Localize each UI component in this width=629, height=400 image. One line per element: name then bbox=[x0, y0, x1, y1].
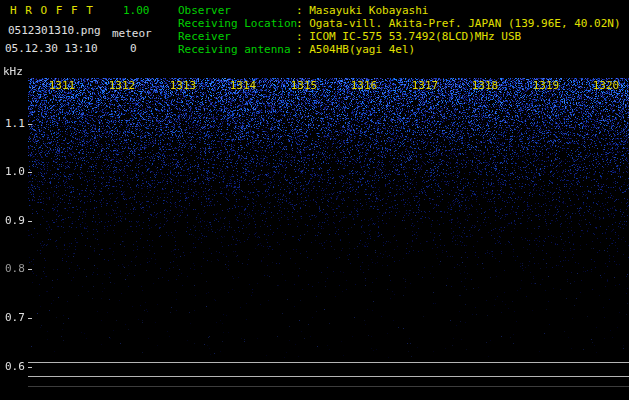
output-filename: 0512301310.png bbox=[8, 25, 101, 37]
observation-datetime: 05.12.30 13:10 bbox=[5, 43, 98, 55]
y-tickmark bbox=[28, 221, 32, 222]
app-title: H R O F F T bbox=[10, 5, 94, 17]
y-axis-unit: kHz bbox=[3, 66, 23, 78]
y-tick-0-8: 0.8 bbox=[5, 263, 25, 275]
receiving-location-value: : Ogata-vill. Akita-Pref. JAPAN (139.96E… bbox=[296, 18, 621, 30]
signal-level-bottom-border bbox=[28, 386, 629, 387]
x-tick-1317: 1317 bbox=[410, 80, 440, 92]
signal-level-lower-line bbox=[28, 376, 629, 377]
meteor-counter-label: meteor bbox=[112, 28, 152, 40]
x-tick-1318: 1318 bbox=[470, 80, 500, 92]
meteor-counter-value: 0 bbox=[130, 43, 137, 55]
x-tick-1316: 1316 bbox=[349, 80, 379, 92]
y-tick-0-6: 0.6 bbox=[5, 361, 25, 373]
receiving-antenna-value: : A504HB(yagi 4el) bbox=[296, 44, 415, 56]
x-tick-1320: 1320 bbox=[591, 80, 621, 92]
y-tick-0-9: 0.9 bbox=[5, 215, 25, 227]
x-tick-1312: 1312 bbox=[107, 80, 137, 92]
observer-label: Observer bbox=[178, 5, 231, 17]
x-tick-1311: 1311 bbox=[47, 80, 77, 92]
y-tickmark bbox=[28, 367, 32, 368]
x-tick-1314: 1314 bbox=[228, 80, 258, 92]
receiving-antenna-label: Receiving antenna bbox=[178, 44, 291, 56]
receiver-label: Receiver bbox=[178, 31, 231, 43]
app-version: 1.00 bbox=[123, 5, 150, 17]
observer-value: : Masayuki Kobayashi bbox=[296, 5, 428, 17]
y-tick-1-1: 1.1 bbox=[5, 118, 25, 130]
x-tick-1315: 1315 bbox=[289, 80, 319, 92]
signal-level-upper-line bbox=[28, 362, 629, 363]
spectrogram bbox=[28, 78, 629, 358]
hrofft-window: H R O F F T 1.00 0512301310.png meteor 0… bbox=[0, 0, 629, 400]
y-tickmark bbox=[28, 269, 32, 270]
y-tick-0-7: 0.7 bbox=[5, 312, 25, 324]
y-tick-1-0: 1.0 bbox=[5, 166, 25, 178]
y-tickmark bbox=[28, 124, 32, 125]
x-tick-1313: 1313 bbox=[168, 80, 198, 92]
receiving-location-label: Receiving Location bbox=[178, 18, 297, 30]
receiver-value: : ICOM IC-575 53.7492(8LCD)MHz USB bbox=[296, 31, 521, 43]
y-tickmark bbox=[28, 172, 32, 173]
y-tickmark bbox=[28, 318, 32, 319]
x-tick-1319: 1319 bbox=[531, 80, 561, 92]
